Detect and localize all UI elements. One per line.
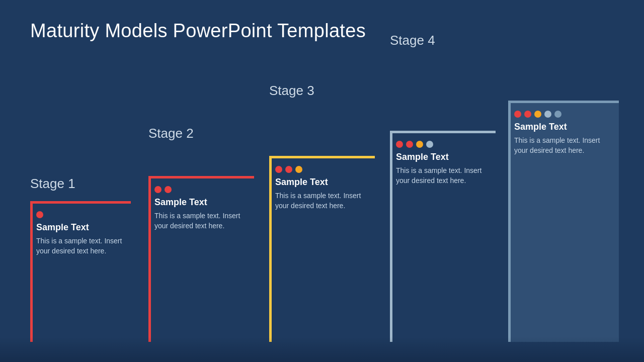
stage4-card-title: Sample Text	[396, 152, 492, 162]
stage1-label: Stage 1	[30, 176, 75, 192]
stage2-dots	[154, 186, 250, 193]
stage3-dots	[275, 166, 371, 173]
stage3-dot-3	[295, 166, 302, 173]
stage5-card-title: Sample Text	[514, 122, 614, 132]
stage3-card-title: Sample Text	[275, 177, 371, 188]
stage5-dot-2	[524, 111, 531, 118]
stage5-dot-4	[544, 111, 551, 118]
stage5-content: Sample Text This is a sample text. Inser…	[514, 111, 614, 156]
stage2-wrapper: Stage 2 Sample Text This is a sample tex…	[148, 176, 254, 342]
stage3-label: Stage 3	[269, 83, 314, 99]
stage4-bracket: Stage 4 Sample Text This is a sample tex…	[390, 131, 496, 342]
stage5-dot-5	[554, 111, 561, 118]
stage1-card-body: This is a sample text. Insert your desir…	[36, 236, 127, 256]
stage2-card-body: This is a sample text. Insert your desir…	[154, 211, 250, 231]
stage5-dot-1	[514, 111, 521, 118]
stage3-wrapper: Stage 3 Sample Text This is a sample tex…	[269, 156, 375, 342]
stage5-bracket: Stage 5 Sample Text This is a sample tex…	[508, 101, 619, 342]
slide: Maturity Models PowerPoint Templates Sta…	[0, 0, 644, 362]
stage1-dot-1	[36, 211, 43, 218]
stage2-label: Stage 2	[148, 126, 194, 141]
stage1-card-title: Sample Text	[36, 222, 127, 233]
stage2-content: Sample Text This is a sample text. Inser…	[154, 186, 250, 231]
stage5-dot-3	[534, 111, 541, 118]
stage4-dots	[396, 141, 492, 148]
stage4-dot-3	[416, 141, 423, 148]
stage5-card-body: This is a sample text. Insert your desir…	[514, 135, 614, 156]
stage4-wrapper: Stage 4 Sample Text This is a sample tex…	[390, 131, 496, 342]
stage3-dot-2	[285, 166, 292, 173]
stage2-card-title: Sample Text	[154, 197, 250, 208]
stage2-dot-2	[165, 186, 172, 193]
stage4-dot-4	[426, 141, 433, 148]
stage5-dots	[514, 111, 614, 118]
stage5-wrapper: Stage 5 Sample Text This is a sample tex…	[508, 101, 619, 342]
stage4-card-body: This is a sample text. Insert your desir…	[396, 165, 492, 186]
stage4-dot-2	[406, 141, 413, 148]
stage3-bracket: Stage 3 Sample Text This is a sample tex…	[269, 156, 375, 342]
stage4-content: Sample Text This is a sample text. Inser…	[396, 141, 492, 186]
slide-title: Maturity Models PowerPoint Templates	[30, 20, 614, 42]
stage3-content: Sample Text This is a sample text. Inser…	[275, 166, 371, 211]
stage3-card-body: This is a sample text. Insert your desir…	[275, 191, 371, 211]
stage2-dot-1	[154, 186, 162, 193]
stage1-dots	[36, 211, 127, 218]
stage1-bracket: Stage 1 Sample Text This is a sample tex…	[30, 201, 131, 342]
stage4-label: Stage 4	[390, 33, 435, 48]
stage1-content: Sample Text This is a sample text. Inser…	[36, 211, 127, 256]
stage4-dot-1	[396, 141, 403, 148]
stage3-dot-1	[275, 166, 282, 173]
stage2-bracket: Stage 2 Sample Text This is a sample tex…	[148, 176, 254, 342]
stage1-wrapper: Stage 1 Sample Text This is a sample tex…	[30, 201, 131, 342]
